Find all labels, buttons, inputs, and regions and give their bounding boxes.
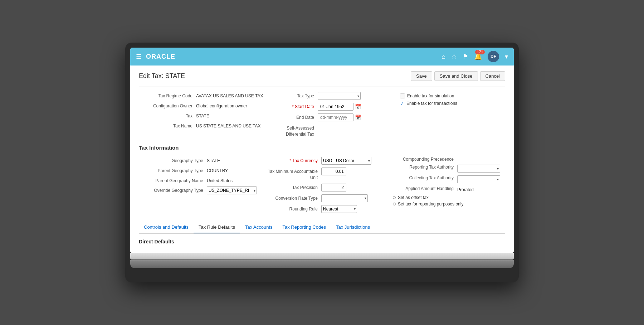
enable-transactions-label: Enable tax for transactions [406, 101, 457, 106]
tax-info-col-3: Compounding Precedence Reporting Tax Aut… [382, 157, 505, 208]
applied-amount-value: Prorated [457, 186, 474, 192]
reporting-dot-icon [393, 203, 396, 205]
tax-type-label: Tax Type [278, 92, 318, 99]
tax-precision-label: Tax Precision [260, 184, 321, 191]
applied-amount-label: Applied Amount Handling [386, 186, 457, 191]
header-divider [139, 87, 505, 87]
tab-tax-reporting-codes[interactable]: Tax Reporting Codes [278, 222, 331, 233]
tax-regime-code-value: AVATAX US SALES AND USE TAX [196, 92, 263, 99]
configuration-owner-label: Configuration Owner [139, 102, 196, 109]
rounding-rule-select[interactable]: Nearest [321, 205, 357, 213]
tax-name-row: Tax Name US STATE SALES AND USE TAX [139, 122, 271, 129]
applied-amount-row: Applied Amount Handling Prorated [386, 186, 505, 192]
tax-row: Tax STATE [139, 112, 271, 119]
user-avatar[interactable]: DF [488, 51, 499, 62]
enable-simulation-row: Enable tax for simulation [400, 93, 502, 98]
parent-geo-type-row: Parent Geography Type COUNTRY [139, 167, 260, 174]
tax-min-unit-row: Tax Minimum Accountable Unit [260, 168, 382, 181]
start-date-calendar-icon[interactable]: 📅 [355, 104, 361, 110]
tax-info-col-2: * Tax Currency USD - US Dollar ▾ Tax Min… [260, 157, 382, 216]
cancel-button[interactable]: Cancel [480, 71, 505, 81]
reporting-tax-auth-row: Reporting Tax Authority ▾ [386, 165, 505, 173]
end-date-input[interactable] [318, 113, 353, 121]
topbar-left: ☰ ORACLE [136, 53, 175, 60]
tax-type-row: Tax Type ▾ [278, 92, 393, 100]
hamburger-icon[interactable]: ☰ [136, 53, 142, 60]
geography-type-row: Geography Type STATE [139, 157, 260, 164]
tax-value: STATE [196, 112, 209, 119]
enable-simulation-label: Enable tax for simulation [407, 93, 454, 98]
end-date-wrapper: 📅 [318, 113, 361, 121]
save-button[interactable]: Save [411, 71, 432, 81]
collecting-tax-auth-label: Collecting Tax Authority [386, 175, 457, 180]
start-date-input[interactable] [318, 103, 353, 111]
user-dropdown-icon[interactable]: ▾ [505, 53, 508, 60]
tax-currency-label: * Tax Currency [260, 157, 321, 164]
tax-type-select-wrapper: ▾ [318, 92, 361, 100]
override-select-wrapper: US_ZONE_TYPE_RI ▾ [207, 186, 257, 194]
tabs-bar: Controls and Defaults Tax Rule Defaults … [139, 222, 505, 234]
notification-count: 171 [475, 50, 485, 54]
home-icon[interactable]: ⌂ [441, 53, 445, 60]
collecting-tax-auth-select[interactable] [457, 175, 500, 183]
tax-name-value: US STATE SALES AND USE TAX [196, 122, 261, 129]
tax-name-label: Tax Name [139, 122, 196, 129]
collecting-tax-auth-wrapper: ▾ [457, 175, 500, 183]
direct-defaults-section: Direct Defaults [139, 239, 505, 244]
parent-geo-name-row: Parent Geography Name United States [139, 177, 260, 184]
content-area: Edit Tax: STATE Save Save and Close Canc… [130, 66, 514, 253]
conversion-rate-wrapper: ▾ [321, 194, 368, 202]
tax-type-select[interactable] [318, 92, 361, 100]
collecting-tax-auth-row: Collecting Tax Authority ▾ [386, 175, 505, 183]
conversion-rate-label: Conversion Rate Type [260, 194, 321, 202]
set-offset-row: Set as offset tax [389, 195, 505, 200]
laptop-base [130, 260, 514, 268]
tax-precision-input[interactable] [321, 184, 346, 191]
parent-geo-name-value: United States [207, 177, 233, 184]
reporting-tax-auth-wrapper: ▾ [457, 165, 500, 173]
conversion-rate-row: Conversion Rate Type ▾ [260, 194, 382, 202]
override-geo-type-row: Override Geography Type US_ZONE_TYPE_RI … [139, 186, 260, 194]
user-initials: DF [491, 54, 496, 59]
enable-transactions-row: ✓ Enable tax for transactions [400, 101, 502, 106]
override-geo-type-select[interactable]: US_ZONE_TYPE_RI [207, 186, 257, 194]
parent-geo-type-value: COUNTRY [207, 167, 228, 174]
rounding-rule-row: Rounding Rule Nearest ▾ [260, 205, 382, 213]
tab-tax-accounts[interactable]: Tax Accounts [240, 222, 278, 233]
form-col-2: Tax Type ▾ * Start Date 📅 [275, 92, 396, 140]
screen: ☰ ORACLE ⌂ ☆ ⚑ 🔔 171 DF ▾ Edit Ta [130, 48, 514, 253]
tab-tax-rule-defaults[interactable]: Tax Rule Defaults [194, 222, 240, 233]
start-date-label: * Start Date [278, 103, 318, 110]
tax-information-title: Tax Information [139, 145, 505, 153]
topbar-right: ⌂ ☆ ⚑ 🔔 171 DF ▾ [441, 51, 508, 62]
reporting-tax-auth-select[interactable] [457, 165, 500, 173]
tax-precision-row: Tax Precision [260, 184, 382, 191]
tax-currency-wrapper: USD - US Dollar ▾ [321, 157, 371, 165]
tax-regime-code-row: Tax Regime Code AVATAX US SALES AND USE … [139, 92, 271, 99]
star-icon[interactable]: ☆ [451, 53, 457, 60]
tax-regime-code-label: Tax Regime Code [139, 92, 196, 99]
laptop-container: ☰ ORACLE ⌂ ☆ ⚑ 🔔 171 DF ▾ Edit Ta [125, 43, 519, 282]
offset-dot-icon [393, 196, 396, 199]
flag-icon[interactable]: ⚑ [463, 53, 468, 60]
end-date-label: End Date [278, 113, 318, 121]
tax-min-unit-input[interactable] [321, 168, 346, 175]
configuration-owner-value: Global configuration owner [196, 102, 247, 109]
oracle-logo: ORACLE [146, 53, 175, 60]
tax-currency-select[interactable]: USD - US Dollar [321, 157, 371, 165]
top-form-grid: Tax Regime Code AVATAX US SALES AND USE … [139, 92, 505, 140]
enable-simulation-checkbox[interactable] [400, 93, 405, 98]
notification-bell[interactable]: 🔔 171 [474, 53, 482, 60]
direct-defaults-title: Direct Defaults [139, 239, 505, 244]
set-reporting-row: Set tax for reporting purposes only [389, 202, 505, 207]
save-close-button[interactable]: Save and Close [434, 71, 478, 81]
tab-tax-jurisdictions[interactable]: Tax Jurisdictions [331, 222, 375, 233]
parent-geo-name-label: Parent Geography Name [139, 177, 207, 184]
rounding-rule-wrapper: Nearest ▾ [321, 205, 357, 213]
configuration-owner-row: Configuration Owner Global configuration… [139, 102, 271, 109]
conversion-rate-select[interactable] [321, 194, 368, 202]
tab-controls-and-defaults[interactable]: Controls and Defaults [139, 222, 194, 233]
end-date-calendar-icon[interactable]: 📅 [355, 115, 361, 120]
set-reporting-label: Set tax for reporting purposes only [398, 202, 463, 207]
header-buttons: Save Save and Close Cancel [411, 71, 505, 81]
